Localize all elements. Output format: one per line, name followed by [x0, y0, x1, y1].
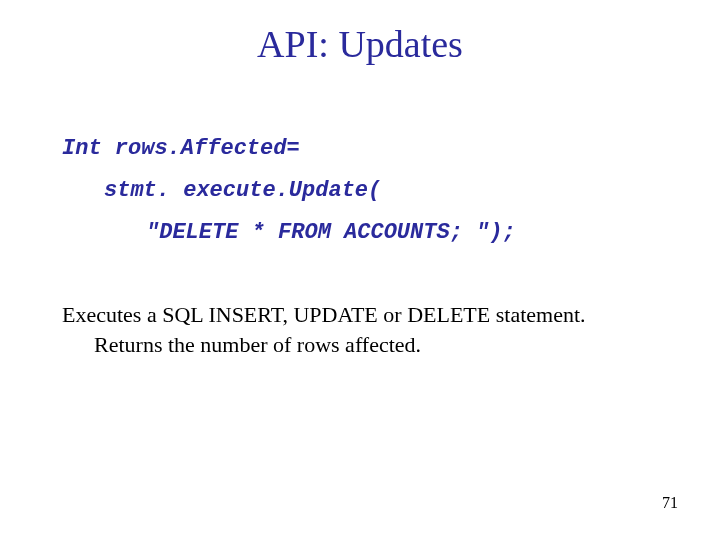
slide: API: Updates Int rows.Affected= stmt. ex… — [0, 0, 720, 540]
code-line-3: "DELETE * FROM ACCOUNTS; "); — [146, 212, 516, 254]
body-line-1: Executes a SQL INSERT, UPDATE or DELETE … — [62, 302, 586, 327]
code-block: Int rows.Affected= stmt. execute.Update(… — [62, 128, 516, 253]
body-line-2: Returns the number of rows affected. — [94, 330, 662, 360]
body-text: Executes a SQL INSERT, UPDATE or DELETE … — [62, 300, 662, 359]
code-line-2: stmt. execute.Update( — [104, 170, 516, 212]
slide-title: API: Updates — [0, 22, 720, 66]
code-line-1: Int rows.Affected= — [62, 128, 516, 170]
page-number: 71 — [662, 494, 678, 512]
